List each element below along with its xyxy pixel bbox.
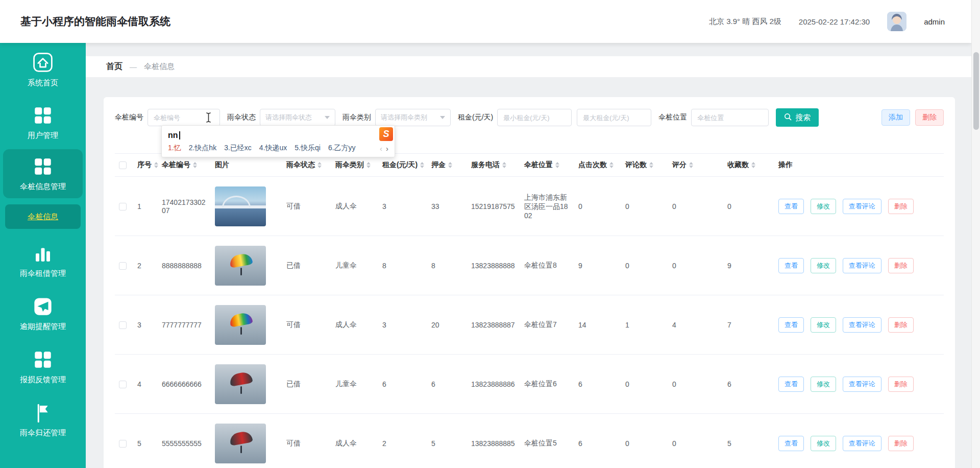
cell-seq: 1 — [133, 177, 158, 236]
cell-rent: 3 — [378, 177, 427, 236]
delete-button[interactable]: 删除 — [888, 317, 914, 333]
edit-button[interactable]: 修改 — [811, 436, 836, 451]
ime-candidate[interactable]: 1.忆 — [168, 144, 181, 153]
main-content: 首页 — 伞桩信息 伞桩编号 雨伞状态 请选择雨伞状态 雨伞类别 请选择雨伞类别… — [86, 43, 971, 468]
sidebar-item-rental-management[interactable]: 雨伞租借管理 — [0, 234, 86, 287]
pile-photo — [215, 424, 266, 463]
batch-delete-button[interactable]: 删除 — [915, 109, 944, 126]
rent-max-input[interactable] — [577, 109, 651, 126]
cell-location: 伞桩位置6 — [520, 355, 574, 414]
view-button[interactable]: 查看 — [778, 377, 804, 392]
avatar[interactable] — [887, 12, 906, 31]
cell-clicks: 0 — [574, 177, 621, 236]
sidebar-item-pile-info-management[interactable]: 伞桩信息管理 — [3, 149, 83, 198]
ime-candidate[interactable]: 5.快乐qi — [295, 144, 321, 153]
row-checkbox[interactable] — [119, 321, 127, 329]
delete-button[interactable]: 删除 — [888, 436, 914, 451]
sidebar-item-system-home[interactable]: 系统首页 — [0, 43, 86, 96]
ime-prev-page-icon[interactable]: ‹ — [380, 144, 382, 153]
ime-candidate[interactable]: 3.已经xc — [224, 144, 252, 153]
pile-info-table: 序号 伞桩编号 图片 雨伞状态 雨伞类别 租金(元/天) 押金 服务电话 伞桩位… — [115, 153, 944, 468]
row-checkbox[interactable] — [119, 381, 127, 388]
sort-icon[interactable] — [609, 162, 614, 168]
row-checkbox[interactable] — [119, 203, 127, 210]
breadcrumb-home[interactable]: 首页 — [106, 61, 122, 72]
cell-rating: 0 — [668, 414, 723, 468]
cell-rating: 0 — [668, 236, 723, 295]
sort-icon[interactable] — [317, 162, 322, 168]
paper-plane-icon — [32, 296, 54, 317]
grid-icon — [32, 105, 54, 126]
cell-deposit: 20 — [427, 295, 467, 355]
cell-rent: 3 — [378, 295, 427, 355]
sort-icon[interactable] — [420, 162, 424, 168]
ime-next-page-icon[interactable]: › — [386, 144, 388, 153]
ime-candidates: 1.忆 2.快点hk 3.已经xc 4.快递ux 5.快乐qi 6.乙方yy ‹… — [168, 144, 388, 153]
cell-category: 成人伞 — [331, 295, 378, 355]
ime-candidate[interactable]: 6.乙方yy — [328, 144, 356, 153]
cell-rent: 6 — [378, 355, 427, 414]
cell-rating: 0 — [668, 177, 723, 236]
username[interactable]: admin — [924, 17, 945, 26]
cell-status: 可借 — [282, 177, 331, 236]
view-comments-button[interactable]: 查看评论 — [843, 258, 881, 273]
cell-deposit: 6 — [427, 355, 467, 414]
umbrella-status-select[interactable]: 请选择雨伞状态 — [260, 109, 335, 126]
view-comments-button[interactable]: 查看评论 — [843, 377, 881, 392]
sort-icon[interactable] — [689, 162, 693, 168]
cell-location: 伞桩位置5 — [520, 414, 574, 468]
ime-candidate[interactable]: 2.快点hk — [189, 144, 216, 153]
view-button[interactable]: 查看 — [778, 199, 804, 214]
breadcrumb: 首页 — 伞桩信息 — [86, 56, 971, 77]
breadcrumb-current: 伞桩信息 — [144, 62, 175, 72]
sidebar-item-user-management[interactable]: 用户管理 — [0, 96, 86, 149]
rent-min-input[interactable] — [497, 109, 572, 126]
datetime-display: 2025-02-22 17:42:30 — [799, 17, 870, 26]
sort-icon[interactable] — [502, 162, 506, 168]
edit-button[interactable]: 修改 — [811, 377, 836, 392]
delete-button[interactable]: 删除 — [888, 377, 914, 392]
sidebar-item-damage-feedback[interactable]: 报损反馈管理 — [0, 340, 86, 393]
add-button[interactable]: 添加 — [881, 109, 910, 126]
sort-icon[interactable] — [448, 162, 452, 168]
umbrella-category-select[interactable]: 请选择雨伞类别 — [375, 109, 451, 126]
umbrella-status-label: 雨伞状态 — [227, 113, 256, 122]
sidebar-item-return-management[interactable]: 雨伞归还管理 — [0, 393, 86, 447]
edit-button[interactable]: 修改 — [811, 199, 836, 214]
row-checkbox[interactable] — [119, 262, 127, 270]
ime-candidate[interactable]: 4.快递ux — [259, 144, 287, 153]
delete-button[interactable]: 删除 — [888, 258, 914, 273]
cell-comments: 0 — [621, 177, 668, 236]
edit-button[interactable]: 修改 — [811, 317, 836, 333]
sort-icon[interactable] — [366, 162, 371, 168]
cell-favorites: 7 — [723, 295, 774, 355]
view-button[interactable]: 查看 — [778, 317, 804, 333]
sort-icon[interactable] — [649, 162, 653, 168]
table-row: 5 5555555555 可借 成人伞 2 5 13823888885 伞桩位置… — [115, 414, 944, 468]
sidebar-subitem-pile-info[interactable]: 伞桩信息 — [5, 204, 81, 229]
view-comments-button[interactable]: 查看评论 — [843, 317, 881, 333]
row-checkbox[interactable] — [119, 440, 127, 448]
search-button[interactable]: 搜索 — [776, 108, 819, 127]
view-comments-button[interactable]: 查看评论 — [843, 199, 881, 214]
sort-icon[interactable] — [555, 162, 559, 168]
cell-status: 已借 — [282, 355, 331, 414]
view-button[interactable]: 查看 — [778, 436, 804, 451]
view-comments-button[interactable]: 查看评论 — [843, 436, 881, 451]
sort-icon[interactable] — [154, 162, 158, 168]
cell-location: 伞桩位置7 — [520, 295, 574, 355]
scrollbar-thumb[interactable] — [973, 52, 979, 130]
pile-location-input[interactable] — [691, 109, 769, 126]
view-button[interactable]: 查看 — [778, 258, 804, 273]
pile-photo — [215, 364, 266, 404]
sidebar-item-overdue-reminder[interactable]: 逾期提醒管理 — [0, 287, 86, 340]
select-all-checkbox[interactable] — [119, 161, 127, 169]
sort-icon[interactable] — [751, 162, 755, 168]
pile-number-label: 伞桩编号 — [115, 113, 143, 122]
bar-chart-icon — [32, 243, 54, 264]
delete-button[interactable]: 删除 — [888, 199, 914, 214]
sort-icon[interactable] — [193, 162, 197, 168]
column-header: 押金 — [431, 160, 446, 169]
ime-caret — [179, 131, 180, 139]
edit-button[interactable]: 修改 — [811, 258, 836, 273]
